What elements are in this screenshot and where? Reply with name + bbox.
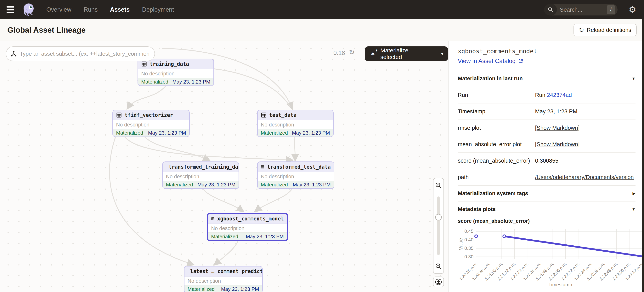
y-tick-label: 0.40: [464, 237, 474, 242]
chevron-right-icon[interactable]: ▶: [632, 191, 636, 196]
asset-node-title: latest_…_comment_predictions: [190, 268, 263, 274]
metadata-row-rmse-plot: rmse plot[Show Markdown]: [458, 120, 636, 136]
asset-node-header: transformed_test_data: [258, 162, 334, 172]
metadata-value: 0.300855: [535, 158, 636, 164]
table-icon: [261, 112, 266, 118]
dagster-logo[interactable]: [21, 2, 36, 18]
lineage-edge: [255, 186, 294, 211]
materialized-status: Materialized: [116, 130, 143, 136]
materialized-timestamp: May 23, 1:23 PM: [292, 130, 330, 136]
metadata-key: score (mean_absolute_error): [458, 158, 535, 164]
refresh-icon: ↻: [579, 27, 584, 33]
asset-node-footer: MaterializedMay 23, 1:23 PM: [113, 129, 189, 137]
sparkle-icon: ✶✶: [370, 50, 377, 58]
asset-node-title: transformed_test_data: [267, 164, 331, 170]
refresh-graph-icon[interactable]: ↻: [349, 49, 355, 56]
nav-link-assets[interactable]: Assets: [110, 6, 130, 13]
asset-node-footer: MaterializedMay 23, 1:23 PM: [163, 181, 238, 188]
lineage-edge: [143, 135, 209, 160]
materialized-status: Materialized: [166, 182, 193, 188]
nav-link-deployment[interactable]: Deployment: [142, 6, 174, 13]
asset-node-test_data[interactable]: test_dataNo descriptionMaterializedMay 2…: [257, 110, 334, 137]
nav-link-runs[interactable]: Runs: [84, 6, 98, 13]
metadata-text: Run: [535, 92, 547, 98]
materialized-status: Materialized: [188, 286, 214, 292]
search-shortcut-badge: /: [607, 5, 615, 14]
refresh-timer: 0:18: [334, 50, 345, 57]
search-icon: [544, 4, 557, 16]
view-in-asset-catalog-link[interactable]: View in Asset Catalog: [458, 58, 636, 65]
y-axis-label: Value: [458, 238, 464, 250]
metadata-row-run: RunRun 242374ad: [458, 87, 636, 103]
nav-link-overview[interactable]: Overview: [46, 6, 71, 13]
external-link-icon: [518, 58, 523, 64]
asset-node-footer: MaterializedMay 23, 1:23 PM: [208, 232, 287, 240]
download-graph-button[interactable]: [433, 276, 444, 287]
asset-node-latest_comment_predictions[interactable]: latest_…_comment_predictionsNo descripti…: [184, 266, 263, 292]
section-materialization-last-run[interactable]: Materialization in last run ▼: [458, 70, 636, 82]
materialize-selected-button[interactable]: ✶✶ Materialize selected: [365, 46, 436, 61]
metadata-link[interactable]: 242374ad: [547, 92, 572, 98]
asset-node-xgboost_comments_model[interactable]: xgboost_comments_modelNo descriptionMate…: [207, 213, 288, 241]
section-metadata-plots[interactable]: Metadata plots ▼: [458, 201, 636, 217]
asset-node-training_data[interactable]: training_dataNo descriptionMaterializedM…: [138, 59, 214, 86]
metadata-key: Run: [458, 92, 535, 98]
asset-node-transformed_training_data[interactable]: transformed_training_dataNo descriptionM…: [162, 161, 239, 189]
metadata-value: [Show Markdown]: [535, 141, 636, 148]
gear-icon[interactable]: ⚙: [629, 6, 636, 14]
materialized-status: Materialized: [141, 79, 168, 85]
page-title: Global Asset Lineage: [7, 26, 86, 35]
asset-node-description: No description: [258, 120, 333, 129]
metadata-action[interactable]: /Users/odetteharary/Documents/version: [535, 174, 634, 180]
zoom-slider-handle[interactable]: [435, 214, 442, 220]
asset-node-description: No description: [184, 276, 262, 285]
menu-icon[interactable]: [6, 6, 16, 14]
asset-node-tfidf_vectorizer[interactable]: tfidf_vectorizerNo descriptionMaterializ…: [112, 110, 190, 137]
zoom-controls: [433, 178, 444, 274]
table-icon: [141, 61, 147, 67]
asset-node-title: training_data: [150, 61, 189, 67]
metadata-text: May 23, 1:23 PM: [535, 108, 577, 115]
asset-filter-bar: [6, 46, 155, 61]
table-icon: [261, 164, 264, 170]
asset-node-footer: MaterializedMay 23, 1:23 PM: [138, 78, 214, 86]
lineage-edge: [202, 186, 243, 211]
chevron-down-icon[interactable]: ▼: [632, 76, 636, 81]
asset-node-title: xgboost_comments_model: [217, 216, 284, 222]
lineage-graph-canvas[interactable]: training_dataNo descriptionMaterializedM…: [0, 41, 448, 292]
metadata-key: mean_absolute_error plot: [458, 141, 535, 148]
metadata-action[interactable]: [Show Markdown]: [535, 141, 580, 147]
metadata-plot-title: score (mean_absolute_error): [458, 218, 636, 224]
metadata-row-timestamp: TimestampMay 23, 1:23 PM: [458, 103, 636, 120]
asset-details-panel: xgboost_comments_model View in Asset Cat…: [448, 41, 644, 292]
section-system-tags[interactable]: Materialization system tags ▶: [458, 185, 636, 201]
materialized-status: Materialized: [261, 130, 288, 136]
zoom-in-button[interactable]: [434, 178, 444, 193]
asset-node-description: No description: [258, 172, 334, 181]
metadata-row-path: path/Users/odetteharary/Documents/versio…: [458, 169, 636, 185]
asset-node-footer: MaterializedMay 23, 1:23 PM: [258, 129, 333, 137]
zoom-slider-track: [437, 196, 440, 255]
asset-node-title: tfidf_vectorizer: [124, 112, 173, 118]
search-input[interactable]: Search... /: [544, 4, 618, 16]
metadata-value: Run 242374ad: [535, 92, 636, 98]
metadata-action[interactable]: [Show Markdown]: [535, 125, 580, 131]
materialize-dropdown-caret[interactable]: ▾: [436, 46, 448, 61]
section-label: Materialization system tags: [458, 190, 528, 196]
selected-asset-name: xgboost_comments_model: [458, 48, 636, 55]
lineage-edge: [110, 136, 193, 264]
page-header: Global Asset Lineage ↻ Reload definition…: [0, 19, 644, 41]
table-icon: [116, 112, 122, 118]
chevron-down-icon[interactable]: ▼: [632, 207, 636, 211]
asset-graph-icon: [10, 51, 17, 57]
section-label: Materialization in last run: [458, 75, 523, 82]
asset-node-title: transformed_training_data: [169, 164, 239, 170]
asset-subset-input[interactable]: [20, 51, 150, 57]
zoom-slider[interactable]: [434, 193, 444, 259]
metadata-row-score-mean-absolute-error-: score (mean_absolute_error)0.300855: [458, 152, 636, 169]
reload-definitions-button[interactable]: ↻ Reload definitions: [574, 24, 637, 36]
materialize-selected-label: Materialize selected: [380, 47, 430, 60]
zoom-out-button[interactable]: [434, 259, 444, 273]
asset-node-transformed_test_data[interactable]: transformed_test_dataNo descriptionMater…: [257, 161, 334, 189]
asset-node-description: No description: [138, 69, 214, 78]
